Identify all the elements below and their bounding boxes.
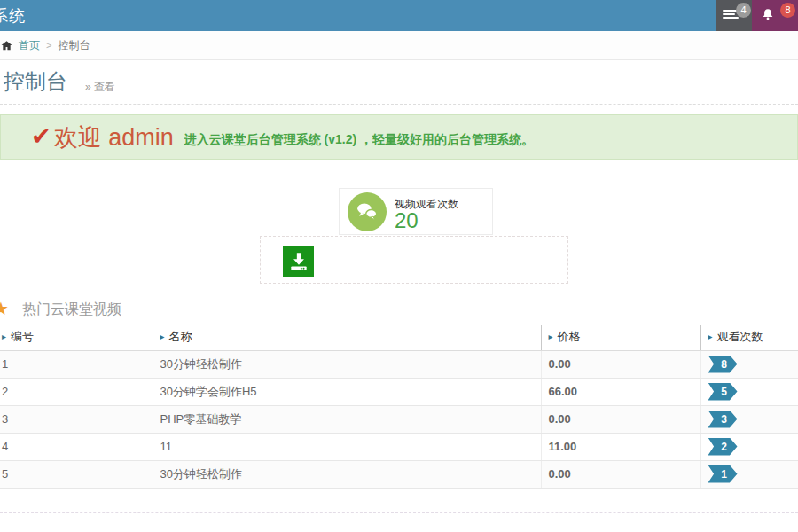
cell-views: 2 [700,433,798,460]
views-count-badge: 3 [708,411,738,428]
breadcrumb-separator: > [46,40,51,51]
views-count-badge: 8 [708,356,738,373]
cell-views: 5 [700,378,798,405]
bell-icon [760,7,776,27]
cell-price: 11.00 [541,433,700,460]
download-panel [260,236,568,284]
hot-videos-table: ▸编号 ▸名称 ▸价格 ▸观看次数 1 30分钟轻松制作 0.00 8 2 30… [0,325,798,489]
table-header-row: ▸编号 ▸名称 ▸价格 ▸观看次数 [0,325,798,350]
star-icon: ★ [0,299,9,318]
cell-name: 30分钟轻松制作 [153,350,541,378]
cell-price: 0.00 [541,460,700,488]
chevron-right-icon: ▸ [549,332,553,341]
video-views-value: 20 [395,208,419,233]
views-count-badge: 1 [708,466,738,483]
header-id[interactable]: ▸编号 [0,325,153,350]
welcome-greeting: 欢迎 admin [54,121,174,153]
notifications-count-badge: 8 [780,3,795,18]
subtitle-label: 查看 [94,81,115,93]
footer-divider [0,512,798,513]
cell-views: 8 [700,350,798,378]
breadcrumb-current: 控制台 [58,38,90,53]
admin-dashboard: 系统 4 8 首页 > 控制台 控制 [0,0,798,532]
cell-name: 30分钟学会制作H5 [153,378,541,405]
table-row[interactable]: 1 30分钟轻松制作 0.00 8 [0,350,798,378]
app-title: 系统 [0,5,26,27]
cell-id: 5 [0,460,153,488]
cell-name: 30分钟轻松制作 [153,460,541,488]
page-header: 控制台 »查看 [0,60,798,105]
welcome-message: 进入云课堂后台管理系统 (v1.2) ，轻量级好用的后台管理系统。 [184,127,534,148]
page-subtitle: »查看 [85,80,115,95]
home-icon [0,39,13,52]
video-views-stat-panel: 视频观看次数 20 [339,188,493,235]
cell-id: 2 [0,378,153,405]
header-name[interactable]: ▸名称 [153,325,541,350]
page-title: 控制台 [4,67,67,96]
breadcrumb: 首页 > 控制台 [0,31,798,60]
top-navbar: 系统 4 8 [0,0,798,31]
chevron-right-icon: ▸ [2,332,6,341]
subtitle-marker: » [85,81,91,93]
views-count-badge: 5 [708,383,738,401]
cell-id: 3 [0,405,153,433]
table-row[interactable]: 2 30分钟学会制作H5 66.00 5 [0,378,798,405]
cell-id: 4 [0,433,153,460]
cell-views: 1 [700,460,798,488]
breadcrumb-home-link[interactable]: 首页 [19,38,40,53]
cell-price: 0.00 [541,405,700,433]
messages-count-badge: 4 [736,3,751,18]
cell-price: 0.00 [541,350,700,378]
cell-name: PHP零基础教学 [153,405,541,433]
chat-bubbles-icon [348,192,387,231]
messages-button[interactable]: 4 [716,0,752,31]
table-row[interactable]: 4 11 11.00 2 [0,433,798,460]
section-title: 热门云课堂视频 [22,301,121,319]
notifications-button[interactable]: 8 [752,0,798,31]
welcome-banner: ✔ 欢迎 admin 进入云课堂后台管理系统 (v1.2) ，轻量级好用的后台管… [0,114,798,160]
chevron-right-icon: ▸ [708,332,713,341]
header-views[interactable]: ▸观看次数 [700,325,798,350]
views-count-badge: 2 [708,438,738,456]
table-row[interactable]: 3 PHP零基础教学 0.00 3 [0,405,798,433]
chevron-right-icon: ▸ [160,332,165,341]
header-price[interactable]: ▸价格 [541,325,700,350]
cell-views: 3 [700,405,798,433]
cell-name: 11 [153,433,541,460]
topbar-actions: 4 8 [716,0,798,31]
download-icon[interactable] [283,246,314,277]
cell-price: 66.00 [541,378,700,405]
table-row[interactable]: 5 30分钟轻松制作 0.00 1 [0,460,798,488]
check-icon: ✔ [31,125,51,149]
cell-id: 1 [0,350,153,378]
